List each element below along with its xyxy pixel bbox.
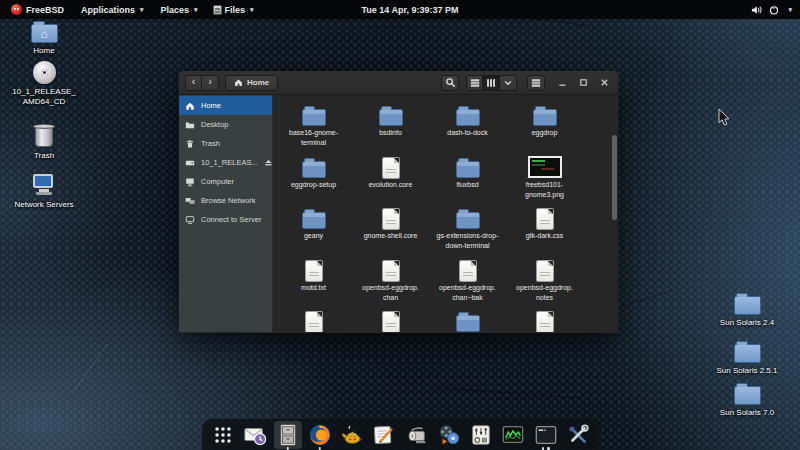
- dock-printer-button[interactable]: [401, 420, 433, 450]
- dock-media-player-button[interactable]: [433, 420, 465, 450]
- file-item[interactable]: geany: [275, 202, 352, 254]
- clock[interactable]: Tue 14 Apr, 9:39:37 PM: [361, 5, 458, 15]
- file-item[interactable]: openbsd-eggdrop. chan~bak: [429, 254, 506, 306]
- dock-evolution-button[interactable]: [239, 420, 271, 450]
- minimize-button[interactable]: [557, 78, 567, 88]
- view-options-button[interactable]: [500, 75, 517, 91]
- folder-icon: [734, 386, 761, 405]
- desktop-icon-solaris251[interactable]: Sun Solaris 2.5.1: [703, 344, 791, 376]
- menu-files-app[interactable]: Files▾: [209, 0, 258, 19]
- view-grid-button[interactable]: [466, 75, 483, 91]
- back-button[interactable]: ‹: [185, 75, 202, 91]
- dock-system-monitor-button[interactable]: [497, 420, 529, 450]
- desktop-icon-solaris70[interactable]: Sun Solaris 7.0: [703, 386, 791, 418]
- desktop-icon-label: 10_1_RELEASE_ AMD64_CD: [0, 87, 88, 107]
- server-icon: [185, 215, 195, 225]
- file-item[interactable]: gnome-shell.core: [352, 202, 429, 254]
- file-label: geany: [304, 231, 323, 241]
- dock-text-editor-button[interactable]: [368, 420, 400, 450]
- desktop-icon-trash[interactable]: Trash: [0, 123, 88, 161]
- file-item[interactable]: eggdrop: [506, 99, 583, 151]
- path-button[interactable]: Home: [225, 75, 278, 91]
- file-item[interactable]: [352, 305, 429, 332]
- desktop-icon-release-cd[interactable]: 10_1_RELEASE_ AMD64_CD: [0, 61, 88, 107]
- dock-show-applications-button[interactable]: [207, 420, 239, 450]
- sidebar-item-label: Connect to Server: [201, 215, 261, 224]
- dock-control-center-button[interactable]: [465, 420, 497, 450]
- home-folder-icon: [31, 24, 58, 43]
- file-item[interactable]: evolution.core: [352, 151, 429, 203]
- sidebar-item-label: Browse Network: [201, 196, 256, 205]
- system-monitor-icon: [501, 423, 525, 447]
- file-icon: [533, 99, 557, 126]
- menu-places-label: Places: [161, 5, 190, 15]
- sidebar-item-computer[interactable]: Computer: [179, 172, 272, 191]
- file-item[interactable]: dash-to-dock: [429, 99, 506, 151]
- desktop-screen: FreeBSD Applications▾ Places▾ Files▾ Tue…: [0, 0, 800, 450]
- desktop-icon-network-servers[interactable]: Network Servers: [0, 174, 88, 210]
- sidebar-item-trash[interactable]: Trash: [179, 134, 272, 153]
- file-label: eggdrop: [532, 128, 558, 138]
- desktop-icon-label: Sun Solaris 2.4: [703, 318, 791, 328]
- menu-applications[interactable]: Applications▾: [77, 0, 148, 19]
- power-icon: [769, 5, 779, 15]
- file-item[interactable]: [429, 305, 506, 332]
- maximize-button[interactable]: [578, 78, 588, 88]
- view-grid-icon: [470, 78, 480, 88]
- sidebar-item-connect-to-server[interactable]: Connect to Server: [179, 210, 272, 229]
- file-icon: [456, 99, 480, 126]
- menu-places[interactable]: Places▾: [157, 0, 202, 19]
- file-item[interactable]: gs-extensions-drop- down-terminal: [429, 202, 506, 254]
- files-window: ‹ › Home: [179, 71, 618, 333]
- file-item[interactable]: gtk-dark.css: [506, 202, 583, 254]
- dock-genie-lamp-button[interactable]: [336, 420, 368, 450]
- evolution-mail-icon: [243, 423, 267, 447]
- file-item[interactable]: openbsd-eggdrop. chan: [352, 254, 429, 306]
- file-icon: [383, 202, 399, 229]
- file-item[interactable]: openbsd-eggdrop. notes: [506, 254, 583, 306]
- file-label: fluxbsd: [456, 180, 478, 190]
- file-item[interactable]: fluxbsd: [429, 151, 506, 203]
- freebsd-logo-icon: [11, 4, 22, 15]
- search-button[interactable]: [441, 75, 459, 91]
- sidebar-item-browse-network[interactable]: Browse Network: [179, 191, 272, 210]
- status-area[interactable]: ▾: [751, 5, 800, 15]
- file-item[interactable]: motd.txt: [275, 254, 352, 306]
- file-icon: [456, 202, 480, 229]
- eject-icon[interactable]: [264, 158, 273, 167]
- file-label: bsdinfo: [379, 128, 402, 138]
- scrollbar-thumb[interactable]: [612, 135, 617, 220]
- file-item[interactable]: bsdinfo: [352, 99, 429, 151]
- dock-firefox-button[interactable]: [304, 420, 336, 450]
- file-item[interactable]: base16-gnome- terminal: [275, 99, 352, 151]
- desktop-icon-home[interactable]: Home: [0, 24, 88, 56]
- dock-tweak-tool-button[interactable]: [562, 420, 594, 450]
- view-switcher: [466, 75, 517, 91]
- menu-button[interactable]: [527, 75, 545, 91]
- dock-files-button[interactable]: [272, 420, 304, 450]
- close-button[interactable]: [599, 78, 609, 88]
- sidebar-item-home[interactable]: Home: [179, 96, 272, 115]
- view-list-icon: [486, 78, 496, 88]
- menu-files-label: Files: [225, 5, 246, 15]
- menu-freebsd[interactable]: FreeBSD: [22, 0, 68, 19]
- file-label: freebsd101- gnome3.png: [525, 180, 564, 200]
- file-item[interactable]: eggdrop-setup: [275, 151, 352, 203]
- sidebar-item-desktop[interactable]: Desktop: [179, 115, 272, 134]
- window-sidebar: Home Desktop Trash 10_1_RELEAS...: [179, 95, 273, 332]
- file-item[interactable]: [275, 305, 352, 332]
- file-item[interactable]: freebsd101- gnome3.png: [506, 151, 583, 203]
- files-icon: [277, 423, 299, 447]
- forward-button[interactable]: ›: [202, 75, 219, 91]
- file-icon: [379, 99, 403, 126]
- dock-terminal-button[interactable]: [530, 420, 562, 450]
- file-icon: [306, 305, 322, 332]
- chevron-down-icon: ▾: [140, 6, 144, 14]
- sidebar-item-release-cd[interactable]: 10_1_RELEAS...: [179, 153, 272, 172]
- file-item[interactable]: [506, 305, 583, 332]
- file-icon: [456, 305, 480, 332]
- desktop-icon-solaris24[interactable]: Sun Solaris 2.4: [703, 296, 791, 328]
- view-list-button[interactable]: [483, 75, 500, 91]
- trash-icon: [185, 139, 195, 149]
- volume-icon: [751, 5, 762, 15]
